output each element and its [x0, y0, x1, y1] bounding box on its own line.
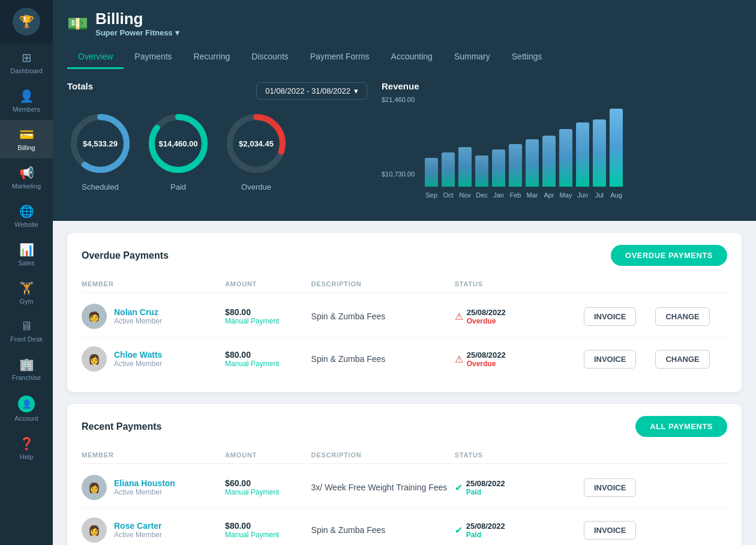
total-card-paid: $14,460.00 Paid: [145, 110, 211, 191]
frontdesk-icon: 🖥: [20, 319, 32, 333]
sidebar-item-sales[interactable]: 📊 Sales: [0, 235, 53, 274]
tab-settings[interactable]: Settings: [501, 46, 553, 69]
amount-value-nolan: $80.00: [225, 307, 311, 317]
chart-bar: [559, 129, 572, 187]
change-button-chloe[interactable]: CHANGE: [655, 350, 709, 369]
col-amount: AMOUNT: [225, 280, 311, 288]
chart-bar: [526, 139, 539, 187]
invoice-button-eliana[interactable]: INVOICE: [584, 478, 636, 497]
amount-type-nolan: Manual Payment: [225, 317, 311, 325]
member-name-nolan[interactable]: Nolan Cruz: [114, 307, 162, 317]
table-row: 🧑 Nolan Cruz Active Member $80.00 Manual…: [82, 295, 727, 338]
member-status-nolan: Active Member: [114, 317, 162, 325]
content-area: Totals 01/08/2022 - 31/08/2022 ▾: [53, 69, 756, 545]
chart-bar: [492, 149, 505, 187]
franchise-icon: 🏢: [19, 357, 34, 372]
chart-x-label: Jan: [492, 191, 505, 199]
col-actions-1: [584, 280, 656, 288]
check-icon-eliana: ✔: [455, 482, 463, 493]
status-cell-chloe: ⚠ 25/08/2022 Overdue: [455, 351, 584, 368]
chevron-down-icon: ▾: [175, 28, 179, 37]
recent-col-status: STATUS: [455, 451, 584, 459]
tab-payment-forms[interactable]: Payment Forms: [299, 46, 380, 69]
change-button-nolan[interactable]: CHANGE: [655, 307, 709, 326]
revenue-section: Revenue $21,460.00 $10,730.00 SepOctNovD…: [382, 81, 742, 204]
member-name-eliana[interactable]: Eliana Houston: [114, 478, 175, 488]
invoice-button-chloe[interactable]: INVOICE: [584, 350, 636, 369]
overdue-payments-button[interactable]: OVERDUE PAYMENTS: [611, 245, 727, 266]
member-name-rose[interactable]: Rose Carter: [114, 521, 162, 531]
overdue-payments-card: Overdue Payments OVERDUE PAYMENTS MEMBER…: [67, 233, 742, 392]
sidebar-item-gym[interactable]: 🏋 Gym: [0, 274, 53, 312]
sidebar-item-website[interactable]: 🌐 Website: [0, 197, 53, 235]
status-date-rose: 25/08/2022: [466, 522, 505, 531]
scheduled-label: Scheduled: [82, 182, 118, 191]
warning-icon-nolan: ⚠: [455, 311, 463, 322]
page-title: Billing: [95, 10, 179, 28]
overdue-table-header: MEMBER AMOUNT DESCRIPTION STATUS: [82, 276, 727, 293]
tab-summary[interactable]: Summary: [443, 46, 501, 69]
chart-x-label: Jul: [593, 191, 606, 199]
page-header: 💵 Billing Super Power Fitness ▾ Overview…: [53, 0, 756, 69]
chart-x-label: Feb: [509, 191, 522, 199]
donut-paid: $14,460.00: [145, 110, 211, 176]
sidebar-item-marketing[interactable]: 📢 Marketing: [0, 158, 53, 197]
chart-x-label: Mar: [526, 191, 539, 199]
sidebar-item-label: Franchise: [12, 374, 41, 381]
header-top: 💵 Billing Super Power Fitness ▾: [67, 10, 742, 37]
sidebar-item-frontdesk[interactable]: 🖥 Front Desk: [0, 312, 53, 350]
sidebar-logo: 🏆: [0, 0, 53, 43]
sidebar-item-dashboard[interactable]: ⊞ Dashboard: [0, 43, 53, 82]
sidebar-item-billing[interactable]: 💳 Billing: [0, 120, 53, 158]
chart-x-label: Dec: [475, 191, 488, 199]
y-label-high: $21,460.00: [382, 96, 415, 103]
amount-type-rose: Manual Payment: [225, 531, 311, 539]
invoice-button-rose[interactable]: INVOICE: [584, 521, 636, 540]
col-actions-2: [655, 280, 727, 288]
date-range-button[interactable]: 01/08/2022 - 31/08/2022 ▾: [256, 82, 367, 100]
amount-cell-rose: $80.00 Manual Payment: [225, 521, 311, 539]
tab-recurring[interactable]: Recurring: [183, 46, 241, 69]
invoice-cell-rose: INVOICE: [584, 521, 656, 540]
gym-selector[interactable]: Super Power Fitness ▾: [95, 28, 179, 37]
cards-section: Overdue Payments OVERDUE PAYMENTS MEMBER…: [53, 221, 756, 545]
chart-bar: [509, 144, 522, 187]
tab-accounting[interactable]: Accounting: [380, 46, 443, 69]
chart-x-label: Sep: [425, 191, 438, 199]
all-payments-button[interactable]: ALL PAYMENTS: [635, 416, 727, 437]
members-icon: 👤: [19, 89, 34, 103]
tab-overview[interactable]: Overview: [67, 46, 124, 69]
tab-discounts[interactable]: Discounts: [241, 46, 299, 69]
description-rose: Spin & Zumba Fees: [311, 525, 455, 535]
main-area: 💵 Billing Super Power Fitness ▾ Overview…: [53, 0, 756, 545]
avatar-chloe: 👩: [82, 346, 107, 372]
avatar-rose: 👩: [82, 517, 107, 543]
description-eliana: 3x/ Week Free Weight Training Fees: [311, 483, 455, 492]
amount-type-chloe: Manual Payment: [225, 360, 311, 368]
sidebar-item-help[interactable]: ❓ Help: [0, 429, 53, 468]
y-label-mid: $10,730.00: [382, 170, 415, 178]
date-range-value: 01/08/2022 - 31/08/2022: [265, 86, 350, 95]
total-card-scheduled: $4,533.29 Scheduled: [67, 110, 133, 191]
member-status-rose: Active Member: [114, 531, 162, 539]
amount-value-rose: $80.00: [225, 521, 311, 531]
member-status-eliana: Active Member: [114, 488, 175, 496]
totals-cards: $4,533.29 Scheduled $14,460.00: [67, 110, 367, 191]
totals-title: Totals: [67, 81, 93, 91]
amount-type-eliana: Manual Payment: [225, 488, 311, 496]
sidebar-item-account[interactable]: 👤 Account: [0, 388, 53, 429]
tab-payments[interactable]: Payments: [124, 46, 182, 69]
overdue-value: $2,034.45: [239, 139, 274, 148]
warning-icon-chloe: ⚠: [455, 354, 463, 365]
nav-tabs: Overview Payments Recurring Discounts Pa…: [67, 46, 742, 69]
overdue-label: Overdue: [241, 182, 271, 191]
check-icon-rose: ✔: [455, 525, 463, 536]
member-name-chloe[interactable]: Chloe Watts: [114, 350, 162, 360]
member-status-chloe: Active Member: [114, 360, 162, 368]
sidebar-item-franchise[interactable]: 🏢 Franchise: [0, 350, 53, 388]
scheduled-value: $4,533.29: [83, 139, 118, 148]
status-cell-nolan: ⚠ 25/08/2022 Overdue: [455, 308, 584, 325]
invoice-button-nolan[interactable]: INVOICE: [584, 307, 636, 326]
sidebar-item-members[interactable]: 👤 Members: [0, 82, 53, 120]
col-member: MEMBER: [82, 280, 225, 288]
